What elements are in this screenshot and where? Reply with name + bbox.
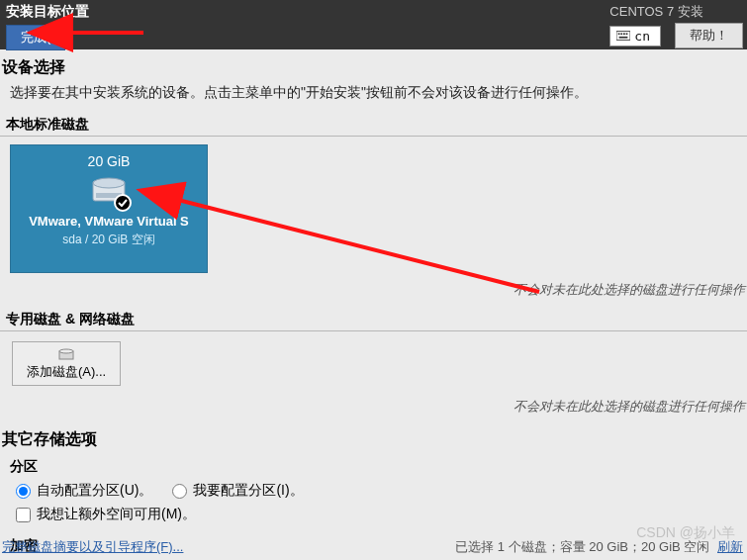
svg-rect-0 <box>616 32 630 41</box>
refresh-link[interactable]: 刷新 <box>717 539 743 554</box>
disk-summary-link[interactable]: 完整磁盘摘要以及引导程序(F)... <box>2 538 183 556</box>
divider <box>0 330 747 331</box>
svg-rect-5 <box>619 37 628 39</box>
svg-rect-4 <box>626 33 628 35</box>
partition-radio-group: 自动配置分区(U)。 我要配置分区(I)。 <box>6 476 747 504</box>
svg-point-10 <box>59 349 73 353</box>
svg-rect-1 <box>618 33 620 35</box>
keyboard-icon <box>616 31 630 41</box>
done-button[interactable]: 完成( <box>6 25 65 50</box>
selection-status: 已选择 1 个磁盘；容量 20 GiB；20 GiB 空闲 刷新 <box>455 538 743 556</box>
header-right: CENTOS 7 安装 cn 帮助！ <box>609 0 747 48</box>
device-select-heading: 设备选择 <box>0 49 747 80</box>
add-disk-icon <box>58 348 74 360</box>
add-disk-label: 添加磁盘(A)... <box>27 363 106 381</box>
extra-space-checkbox[interactable] <box>16 508 31 522</box>
local-disks-heading: 本地标准磁盘 <box>0 110 747 136</box>
divider <box>0 136 747 137</box>
extra-space-label: 我想让额外空间可用(M)。 <box>37 506 196 523</box>
partition-label: 分区 <box>6 454 747 476</box>
disk-name: VMware, VMware Virtual S <box>29 214 189 229</box>
status-text: 已选择 1 个磁盘；容量 20 GiB；20 GiB 空闲 <box>455 539 709 554</box>
check-badge-icon <box>114 194 132 212</box>
disk-card-sda[interactable]: 20 GiB VMware, VMware Virtual S sda / 20… <box>10 144 208 273</box>
auto-partition-radio[interactable] <box>16 484 31 499</box>
header-left: 安装目标位置 完成( <box>0 0 228 50</box>
manual-partition-option[interactable]: 我要配置分区(I)。 <box>172 482 303 500</box>
special-disk-note: 不会对未在此处选择的磁盘进行任何操作 <box>0 390 747 421</box>
auto-partition-label: 自动配置分区(U)。 <box>37 482 152 500</box>
svg-point-7 <box>93 178 125 188</box>
svg-rect-3 <box>623 33 625 35</box>
help-button[interactable]: 帮助！ <box>675 23 743 48</box>
disk-icon-wrap <box>92 175 126 208</box>
keyboard-layout: cn <box>634 29 650 44</box>
disk-subinfo: sda / 20 GiB 空闲 <box>62 232 154 248</box>
local-disk-list: 20 GiB VMware, VMware Virtual S sda / 20… <box>0 140 747 273</box>
page-title: 安装目标位置 <box>0 0 228 23</box>
header-bar: 安装目标位置 完成( CENTOS 7 安装 cn 帮助！ <box>0 0 747 49</box>
add-disk-button[interactable]: 添加磁盘(A)... <box>12 341 121 386</box>
manual-partition-label: 我要配置分区(I)。 <box>193 482 303 500</box>
extra-space-option[interactable]: 我想让额外空间可用(M)。 <box>16 506 196 523</box>
svg-rect-2 <box>621 33 623 35</box>
local-disk-note: 不会对未在此处选择的磁盘进行任何操作 <box>0 273 747 305</box>
storage-options-heading: 其它存储选项 <box>0 421 747 452</box>
disk-size: 20 GiB <box>88 153 131 169</box>
keyboard-indicator[interactable]: cn <box>609 26 661 47</box>
manual-partition-radio[interactable] <box>172 484 187 499</box>
special-disks-heading: 专用磁盘 & 网络磁盘 <box>0 305 747 330</box>
auto-partition-option[interactable]: 自动配置分区(U)。 <box>16 482 152 500</box>
device-select-description: 选择要在其中安装系统的设备。点击主菜单中的"开始安装"按钮前不会对该设备进行任何… <box>0 80 747 110</box>
distro-label: CENTOS 7 安装 <box>609 0 702 21</box>
footer-bar: 完整磁盘摘要以及引导程序(F)... 已选择 1 个磁盘；容量 20 GiB；2… <box>0 536 747 556</box>
